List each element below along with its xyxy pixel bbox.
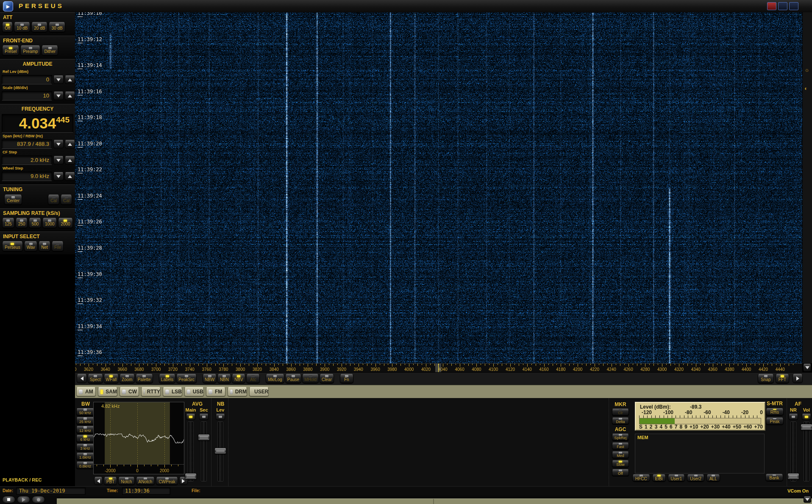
nr-slider-thumb[interactable] bbox=[787, 473, 799, 479]
scale-scroll-down-button[interactable] bbox=[803, 364, 811, 372]
passband-display[interactable]: 4.82 kHz -200002000 bbox=[93, 402, 184, 474]
user2-button[interactable]: User2 bbox=[687, 474, 704, 482]
net-button[interactable]: Net bbox=[39, 241, 50, 251]
nbw-button[interactable]: NBW bbox=[203, 374, 217, 383]
1-6khz-button[interactable]: 1.6kHz bbox=[76, 453, 94, 460]
lsb-button[interactable]: LSB bbox=[163, 387, 182, 396]
fm-button[interactable]: FM bbox=[206, 387, 225, 396]
dither-button[interactable]: Dither bbox=[42, 45, 58, 56]
usb-button[interactable]: USB bbox=[184, 387, 204, 396]
sec-slider-track[interactable] bbox=[201, 421, 207, 482]
hfcc-button[interactable]: HFCC bbox=[632, 474, 650, 482]
vol-enable-button[interactable] bbox=[802, 414, 811, 420]
mkrlog-button[interactable]: MkrLog bbox=[266, 374, 284, 383]
span-down-button[interactable] bbox=[53, 140, 64, 148]
contrast-icon[interactable]: ◐ bbox=[804, 85, 808, 92]
spkrej-button[interactable]: SpkRej bbox=[612, 434, 629, 440]
20-db-button[interactable]: 20 dB bbox=[31, 22, 47, 32]
fft-button[interactable]: FFT bbox=[776, 374, 789, 383]
sam-button[interactable]: SAM bbox=[98, 387, 117, 396]
wheel-step-input[interactable]: 9.0 kHz bbox=[2, 172, 52, 181]
125-button[interactable]: 125 bbox=[2, 218, 14, 228]
mhold-button[interactable]: MHold bbox=[302, 374, 319, 383]
nbn-button[interactable]: NBN bbox=[217, 374, 231, 383]
atc-button[interactable]: Atc bbox=[246, 374, 260, 383]
vol-slider-thumb[interactable] bbox=[801, 424, 812, 430]
stop-button[interactable] bbox=[2, 496, 15, 503]
frequency-display[interactable]: 4.034445 bbox=[2, 114, 73, 133]
snap-button[interactable]: Snap bbox=[758, 374, 773, 383]
ref-lev-input[interactable]: 0 bbox=[2, 75, 52, 84]
frequency-scale[interactable]: 3600362036403660368037003720374037603780… bbox=[75, 363, 802, 373]
eibi-button[interactable]: EiBi bbox=[652, 474, 666, 482]
25-khz-button[interactable]: 25 kHz bbox=[76, 417, 94, 424]
file-button[interactable]: File bbox=[52, 241, 64, 251]
user1-button[interactable]: User1 bbox=[668, 474, 685, 482]
playback-progress-bar[interactable] bbox=[57, 498, 812, 504]
window-maximize-button[interactable] bbox=[789, 2, 798, 10]
ref-lev-up-button[interactable] bbox=[65, 75, 75, 84]
rms-button[interactable]: Rms bbox=[766, 408, 784, 415]
clear-button[interactable]: Clear bbox=[320, 374, 334, 383]
ref-lev-down-button[interactable] bbox=[53, 75, 64, 84]
bank-button[interactable]: Bank bbox=[765, 474, 783, 481]
brightness-icon[interactable]: ☼ bbox=[804, 67, 809, 73]
rtty-button[interactable]: RTTY bbox=[141, 387, 161, 396]
10-db-button[interactable]: 10 dB bbox=[14, 22, 30, 32]
12-khz-button[interactable]: 12 kHz bbox=[76, 426, 94, 433]
play-button[interactable] bbox=[17, 496, 30, 503]
record-button[interactable] bbox=[32, 496, 45, 503]
50-khz-button[interactable]: 50 kHz bbox=[76, 408, 94, 415]
zoom-button[interactable]: Zoom bbox=[120, 374, 135, 383]
cw-button[interactable]: CW bbox=[120, 387, 139, 396]
main-slider-track[interactable] bbox=[188, 421, 194, 482]
lev-slider-track[interactable] bbox=[217, 421, 223, 482]
6-khz-button[interactable]: 6 kHz bbox=[76, 435, 94, 442]
clr-button[interactable]: Clr bbox=[612, 409, 629, 415]
slow-button[interactable]: Slow bbox=[612, 460, 629, 467]
30-db-button[interactable]: 30 dB bbox=[49, 22, 65, 32]
vol-slider-track[interactable] bbox=[804, 421, 809, 482]
preamp-button[interactable]: Preamp bbox=[20, 45, 40, 56]
pause-button[interactable]: Pause bbox=[285, 374, 301, 383]
cf-step-down-button[interactable] bbox=[53, 156, 64, 164]
corner-scroll-button[interactable] bbox=[804, 496, 811, 503]
filter-scroll-left-button[interactable] bbox=[94, 477, 103, 485]
lev-slider-thumb[interactable] bbox=[214, 448, 226, 454]
off-button[interactable]: Off bbox=[2, 22, 13, 32]
0-8khz-button[interactable]: 0.8kHz bbox=[76, 462, 94, 469]
fn-button[interactable]: Fn bbox=[340, 374, 353, 383]
cf-step-up-button[interactable] bbox=[65, 156, 75, 164]
perseus-button[interactable]: Perseus bbox=[2, 241, 23, 251]
wav-button[interactable]: Wav bbox=[24, 241, 38, 251]
cf-step-input[interactable]: 2.0 kHz bbox=[2, 156, 52, 165]
peaksrc-button[interactable]: PeakSrc bbox=[176, 374, 197, 383]
cal-button[interactable]: Cal bbox=[61, 195, 72, 205]
main-enable-button[interactable] bbox=[186, 414, 195, 420]
main-slider-thumb[interactable] bbox=[185, 473, 197, 479]
off-button[interactable]: Off bbox=[612, 469, 629, 476]
scale-up-button[interactable] bbox=[65, 92, 75, 100]
peak-button[interactable]: Peak bbox=[766, 418, 784, 425]
1000-button[interactable]: 1000 bbox=[42, 218, 57, 228]
window-close-button[interactable] bbox=[767, 2, 776, 10]
labels-button[interactable]: Labels bbox=[159, 374, 175, 383]
toolbar-scroll-left-button[interactable] bbox=[77, 374, 87, 383]
wfall-button[interactable]: WFall bbox=[104, 374, 119, 383]
nr-enable-button[interactable] bbox=[789, 414, 798, 420]
wheel-step-down-button[interactable] bbox=[53, 172, 64, 181]
250-button[interactable]: 250 bbox=[16, 218, 28, 228]
spect-button[interactable]: Spect bbox=[88, 374, 103, 383]
wheel-step-up-button[interactable] bbox=[65, 172, 75, 181]
toolbar-scroll-right-button[interactable] bbox=[793, 374, 803, 383]
nr-slider-track[interactable] bbox=[790, 421, 796, 482]
3-khz-button[interactable]: 3 kHz bbox=[76, 444, 94, 451]
window-minimize-button[interactable] bbox=[778, 2, 787, 10]
user-button[interactable]: USER bbox=[249, 387, 269, 396]
drm-button[interactable]: DRM bbox=[228, 387, 247, 396]
nbv-button[interactable]: NBV bbox=[232, 374, 245, 383]
scale-input[interactable]: 10 bbox=[2, 91, 52, 100]
cwpeak-button[interactable]: CWPeak bbox=[156, 477, 178, 485]
cal-button[interactable]: Cal bbox=[48, 195, 59, 205]
pbt-button[interactable]: PBT bbox=[104, 477, 117, 485]
